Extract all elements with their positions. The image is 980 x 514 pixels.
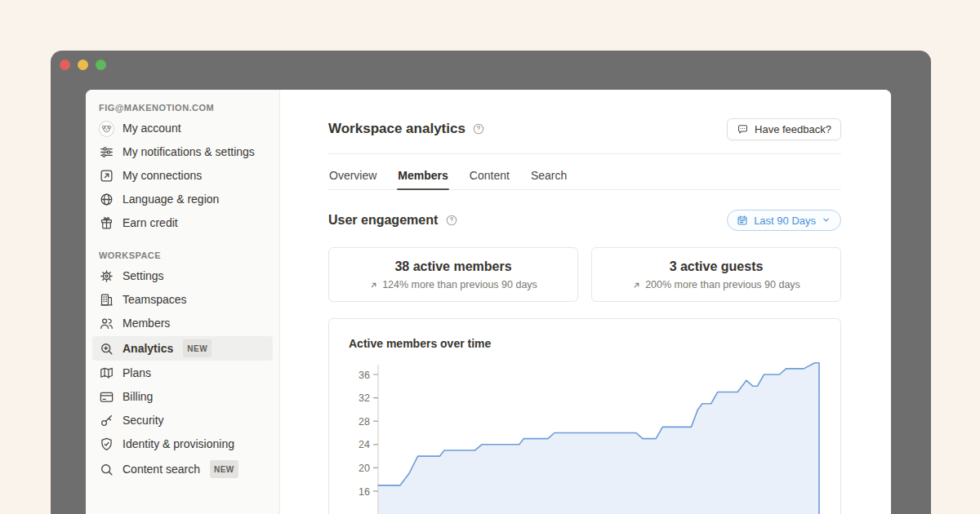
sidebar-item-plans[interactable]: Plans xyxy=(92,362,273,384)
sidebar-item-my-account[interactable]: My account xyxy=(92,117,273,140)
help-icon[interactable] xyxy=(472,122,485,135)
sidebar-item-billing[interactable]: Billing xyxy=(92,386,273,408)
external-link-box-icon xyxy=(99,168,114,184)
svg-text:16: 16 xyxy=(359,486,370,498)
stat-value: 38 active members xyxy=(339,259,568,274)
sidebar-item-label: My account xyxy=(122,121,181,136)
svg-text:20: 20 xyxy=(359,463,370,474)
sidebar-item-label: My connections xyxy=(122,168,202,184)
sidebar-item-label: Identity & provisioning xyxy=(122,436,234,452)
active-members-chart-card: Active members over time 363228242016 xyxy=(328,318,841,514)
sidebar-item-label: Earn credit xyxy=(122,215,178,231)
svg-text:28: 28 xyxy=(359,416,370,428)
svg-text:24: 24 xyxy=(359,439,370,450)
avatar xyxy=(99,121,114,136)
svg-text:36: 36 xyxy=(359,370,370,381)
analytics-main-panel: Workspace analytics xyxy=(280,90,891,514)
stat-delta: 124% more than previous 90 days xyxy=(339,279,568,290)
zoom-in-icon xyxy=(99,341,114,357)
section-title-user-engagement: User engagement xyxy=(328,213,458,228)
sidebar-item-label: Content search xyxy=(122,462,200,477)
page-title: Workspace analytics xyxy=(328,121,485,137)
app-window: FIG@MAKENOTION.COM My account xyxy=(51,51,931,514)
active-members-stat-card: 38 active members 124% more than previou… xyxy=(328,247,578,302)
sidebar-item-my-connections[interactable]: My connections xyxy=(92,165,273,187)
sidebar-item-language-region[interactable]: Language & region xyxy=(92,188,273,210)
new-badge: NEW xyxy=(210,460,238,478)
arrow-up-right-icon xyxy=(632,281,641,290)
calendar-icon xyxy=(737,215,748,226)
sidebar-item-label: Plans xyxy=(122,366,151,381)
chart-area: 363228242016 xyxy=(349,360,821,514)
settings-dialog: FIG@MAKENOTION.COM My account xyxy=(86,90,891,514)
tab-search[interactable]: Search xyxy=(530,166,568,189)
map-icon xyxy=(99,366,114,381)
sidebar-item-label: My notifications & settings xyxy=(122,144,255,160)
sidebar-item-security[interactable]: Security xyxy=(92,410,273,432)
sidebar-item-label: Language & region xyxy=(122,192,219,207)
minimize-window-button[interactable] xyxy=(78,60,88,70)
sidebar-item-members[interactable]: Members xyxy=(92,312,273,335)
sidebar-item-label: Billing xyxy=(122,389,153,405)
chart-title: Active members over time xyxy=(349,337,821,350)
workspace-section-heading: WORKSPACE xyxy=(92,249,273,265)
sidebar-item-analytics[interactable]: Analytics NEW xyxy=(92,336,273,361)
building-icon xyxy=(99,292,114,308)
gift-icon xyxy=(99,215,114,231)
stat-value: 3 active guests xyxy=(602,259,831,274)
tab-members[interactable]: Members xyxy=(397,166,448,189)
sliders-icon xyxy=(99,144,114,160)
credit-card-icon xyxy=(99,389,114,405)
sidebar-item-label: Settings xyxy=(122,268,164,284)
people-icon xyxy=(99,316,114,331)
tab-overview[interactable]: Overview xyxy=(328,166,377,189)
header-divider xyxy=(328,153,841,154)
search-icon xyxy=(99,462,114,477)
stat-delta: 200% more than previous 90 days xyxy=(602,279,831,290)
sidebar-item-earn-credit[interactable]: Earn credit xyxy=(92,212,273,234)
sidebar-item-teamspaces[interactable]: Teamspaces xyxy=(92,289,273,311)
sidebar-item-label: Security xyxy=(122,413,164,428)
svg-text:32: 32 xyxy=(359,392,370,404)
window-controls xyxy=(60,60,106,70)
have-feedback-button[interactable]: Have feedback? xyxy=(727,118,841,140)
active-guests-stat-card: 3 active guests 200% more than previous … xyxy=(591,247,841,302)
sidebar-item-identity-provisioning[interactable]: Identity & provisioning xyxy=(92,433,273,455)
speech-bubble-icon xyxy=(737,123,749,135)
sidebar-item-content-search[interactable]: Content search NEW xyxy=(92,457,273,481)
analytics-tabs: Overview Members Content Search xyxy=(328,166,841,190)
date-range-filter-button[interactable]: Last 90 Days xyxy=(727,210,841,231)
settings-sidebar: FIG@MAKENOTION.COM My account xyxy=(86,90,280,514)
sidebar-item-notifications-settings[interactable]: My notifications & settings xyxy=(92,141,273,163)
shield-check-icon xyxy=(99,436,114,452)
tab-content[interactable]: Content xyxy=(469,166,510,189)
members-chart-svg: 363228242016 xyxy=(349,360,821,514)
sidebar-item-settings[interactable]: Settings xyxy=(92,265,273,287)
sidebar-item-label: Members xyxy=(122,316,170,331)
arrow-up-right-icon xyxy=(369,281,378,290)
zoom-window-button[interactable] xyxy=(96,60,106,70)
gear-icon xyxy=(99,268,114,284)
chevron-down-icon xyxy=(822,215,831,227)
help-icon[interactable] xyxy=(445,214,458,227)
key-icon xyxy=(99,413,114,428)
new-badge: NEW xyxy=(183,339,212,357)
globe-icon xyxy=(99,192,114,207)
close-window-button[interactable] xyxy=(60,60,70,70)
account-email: FIG@MAKENOTION.COM xyxy=(92,101,273,117)
sidebar-item-label: Teamspaces xyxy=(122,292,187,308)
sidebar-item-label: Analytics xyxy=(122,341,173,357)
